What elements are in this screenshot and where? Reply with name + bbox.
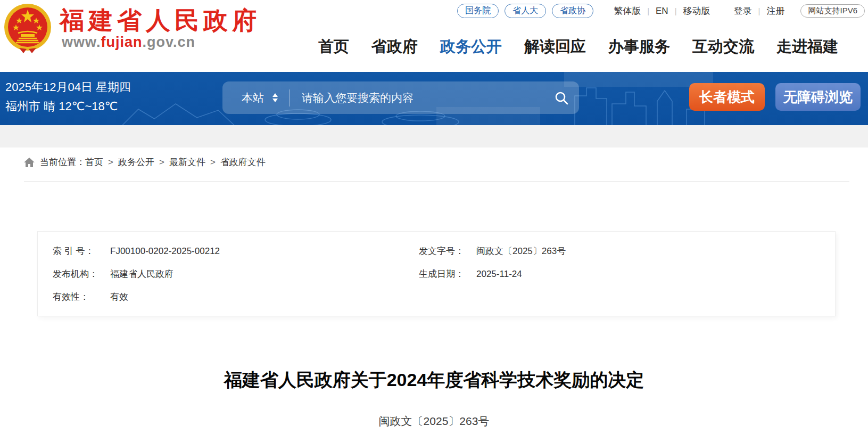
nav-government-affairs[interactable]: 政务公开 bbox=[440, 36, 502, 58]
nav-about-fujian[interactable]: 走进福建 bbox=[776, 36, 838, 58]
breadcrumb-separator: > bbox=[108, 157, 113, 168]
background-strip bbox=[0, 125, 868, 148]
up-down-arrows-icon bbox=[272, 93, 278, 102]
separator: | bbox=[675, 6, 677, 15]
url-domain: fujian bbox=[101, 34, 143, 50]
meta-value: 福建省人民政府 bbox=[110, 268, 173, 280]
ipv6-badge: 网站支持IPV6 bbox=[800, 4, 865, 18]
home-icon[interactable] bbox=[24, 158, 35, 167]
meta-label: 发文字号： bbox=[419, 245, 476, 257]
site-header: 福建省人民政府 www.fujian.gov.cn 国务院 省人大 省政协 繁体… bbox=[0, 0, 868, 72]
document-number: 闽政文〔2025〕263号 bbox=[0, 414, 868, 429]
meta-row-validity: 有效性： 有效 bbox=[53, 285, 220, 308]
meta-label: 发布机构： bbox=[53, 268, 110, 280]
meta-label: 生成日期： bbox=[419, 268, 476, 280]
site-url: www.fujian.gov.cn bbox=[62, 34, 195, 51]
search-divider bbox=[290, 89, 290, 107]
nav-services[interactable]: 办事服务 bbox=[608, 36, 670, 58]
breadcrumb-separator: > bbox=[159, 157, 164, 168]
auth-links: 登录 | 注册 bbox=[734, 5, 785, 17]
link-provincial-cppcc[interactable]: 省政协 bbox=[552, 4, 593, 18]
national-emblem-icon bbox=[3, 2, 52, 53]
header-top-links: 国务院 省人大 省政协 繁体版 | EN | 移动版 登录 | 注册 网站支持I… bbox=[451, 4, 865, 18]
document-title: 福建省人民政府关于2024年度省科学技术奖励的决定 bbox=[0, 368, 868, 392]
accessibility-button[interactable]: 无障碍浏览 bbox=[775, 83, 861, 111]
meta-column-right: 发文字号： 闽政文〔2025〕263号 生成日期： 2025-11-24 bbox=[419, 240, 566, 285]
date-weather: 2025年12月04日 星期四 福州市 晴 12℃~18℃ bbox=[5, 78, 131, 116]
meta-label: 索 引 号： bbox=[53, 245, 110, 257]
breadcrumb-prefix: 当前位置： bbox=[40, 156, 85, 168]
breadcrumb-home[interactable]: 首页 bbox=[85, 156, 103, 168]
meta-value: 有效 bbox=[110, 291, 128, 303]
search-scope-value: 本站 bbox=[242, 91, 264, 105]
breadcrumb: 当前位置： 首页 > 政务公开 > 最新文件 > 省政府文件 bbox=[24, 156, 266, 168]
nav-home[interactable]: 首页 bbox=[318, 36, 349, 58]
register-link[interactable]: 注册 bbox=[766, 5, 784, 17]
document-meta-box: 索 引 号： FJ00100-0202-2025-00212 发布机构： 福建省… bbox=[37, 231, 836, 316]
meta-row-issue-date: 生成日期： 2025-11-24 bbox=[419, 263, 566, 285]
meta-label: 有效性： bbox=[53, 291, 110, 303]
breadcrumb-divider bbox=[24, 181, 849, 182]
meta-value: FJ00100-0202-2025-00212 bbox=[110, 246, 220, 257]
search-scope-select[interactable]: 本站 bbox=[242, 91, 278, 105]
breadcrumb-separator: > bbox=[210, 157, 216, 168]
nav-interaction[interactable]: 互动交流 bbox=[692, 36, 754, 58]
search-input[interactable] bbox=[302, 92, 555, 104]
nav-provincial-government[interactable]: 省政府 bbox=[371, 36, 418, 58]
login-link[interactable]: 登录 bbox=[734, 5, 752, 17]
site-logo[interactable] bbox=[3, 2, 52, 53]
link-provincial-congress[interactable]: 省人大 bbox=[505, 4, 546, 18]
separator: | bbox=[647, 6, 649, 15]
search-icon[interactable] bbox=[555, 91, 568, 105]
lang-mobile[interactable]: 移动版 bbox=[683, 5, 710, 17]
url-www: www. bbox=[62, 34, 101, 50]
meta-row-issuing-agency: 发布机构： 福建省人民政府 bbox=[53, 263, 220, 285]
main-content: 当前位置： 首页 > 政务公开 > 最新文件 > 省政府文件 索 引 号： FJ… bbox=[0, 148, 868, 434]
breadcrumb-provincial-docs[interactable]: 省政府文件 bbox=[220, 156, 266, 168]
breadcrumb-gov-affairs[interactable]: 政务公开 bbox=[118, 156, 154, 168]
main-nav: 首页 省政府 政务公开 解读回应 办事服务 互动交流 走进福建 bbox=[318, 36, 838, 58]
date-text: 2025年12月04日 星期四 bbox=[5, 78, 131, 97]
link-state-council[interactable]: 国务院 bbox=[457, 4, 499, 18]
url-suffix: .gov.cn bbox=[143, 34, 196, 50]
meta-value: 闽政文〔2025〕263号 bbox=[476, 245, 566, 257]
lang-english[interactable]: EN bbox=[656, 6, 668, 17]
meta-column-left: 索 引 号： FJ00100-0202-2025-00212 发布机构： 福建省… bbox=[53, 240, 220, 308]
separator: | bbox=[758, 6, 760, 15]
search-box: 本站 bbox=[222, 81, 579, 114]
weather-text: 福州市 晴 12℃~18℃ bbox=[5, 97, 131, 116]
lang-traditional[interactable]: 繁体版 bbox=[614, 5, 641, 17]
site-title: 福建省人民政府 bbox=[60, 4, 261, 37]
meta-value: 2025-11-24 bbox=[476, 269, 522, 280]
elder-mode-button[interactable]: 长者模式 bbox=[689, 83, 765, 111]
search-banner: 2025年12月04日 星期四 福州市 晴 12℃~18℃ 本站 长者模式 无障… bbox=[0, 72, 868, 125]
meta-row-doc-number: 发文字号： 闽政文〔2025〕263号 bbox=[419, 240, 566, 263]
breadcrumb-latest-docs[interactable]: 最新文件 bbox=[169, 156, 205, 168]
meta-row-index-number: 索 引 号： FJ00100-0202-2025-00212 bbox=[53, 240, 220, 263]
nav-interpretation[interactable]: 解读回应 bbox=[524, 36, 586, 58]
language-switcher: 繁体版 | EN | 移动版 bbox=[614, 5, 710, 17]
